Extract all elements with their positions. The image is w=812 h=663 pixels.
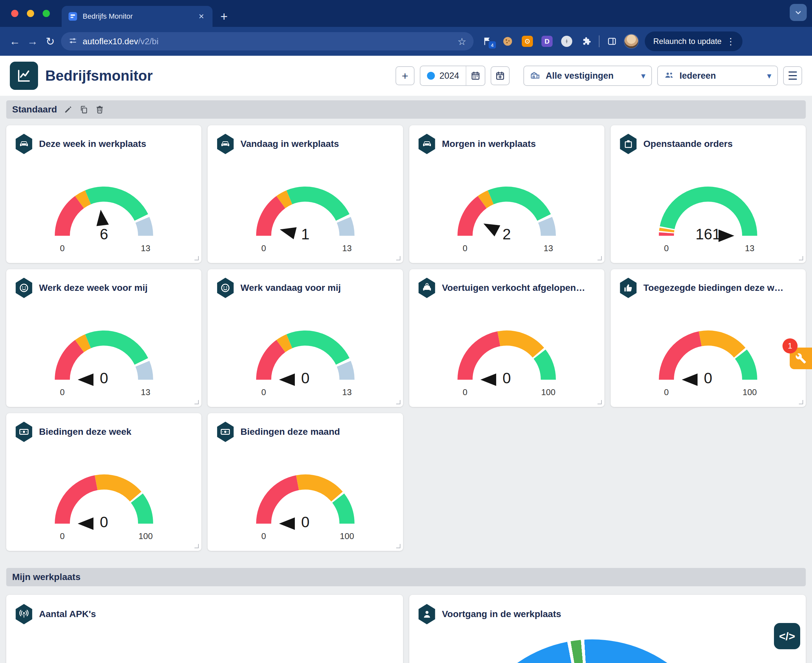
- resize-handle[interactable]: [194, 400, 199, 404]
- site-settings-icon[interactable]: [68, 36, 78, 47]
- resize-handle[interactable]: [799, 256, 803, 260]
- calendar-icon[interactable]: [466, 66, 485, 85]
- close-window-button[interactable]: [11, 10, 18, 17]
- apk-chart: 5: [6, 624, 403, 663]
- chevron-down-icon[interactable]: [790, 4, 807, 21]
- card-header: Werk deze week voor mij: [6, 278, 201, 298]
- card-title: Voertuigen verkocht afgelopen…: [442, 283, 586, 293]
- resize-handle[interactable]: [194, 256, 199, 260]
- card-title: Openstaande orders: [644, 139, 733, 149]
- branch-filter-select[interactable]: Alle vestigingen ▾: [523, 66, 652, 86]
- browser-tabstrip: Bedrijfs Monitor × +: [0, 0, 812, 27]
- gauge-grid: Deze week in werkplaats 6013 Vandaag in …: [6, 125, 806, 551]
- resize-handle[interactable]: [396, 400, 400, 404]
- extension-d-icon[interactable]: D: [539, 34, 556, 49]
- svg-text:100: 100: [138, 531, 152, 541]
- resize-handle[interactable]: [597, 256, 602, 260]
- gauge-chart: 2013: [409, 155, 604, 254]
- resize-handle[interactable]: [799, 400, 803, 404]
- calendar-add-icon[interactable]: [491, 66, 510, 85]
- svg-text:0: 0: [301, 370, 310, 386]
- tab-close-icon[interactable]: ×: [197, 11, 206, 22]
- browser-toolbar: ← → ↻ autoflex10.dev/v2/bi ☆ 4 D: [0, 27, 812, 56]
- gauge-card: Deze week in werkplaats 6013: [6, 125, 201, 263]
- extensions-puzzle-icon[interactable]: [578, 34, 595, 49]
- url-text[interactable]: autoflex10.dev/v2/bi: [82, 36, 452, 47]
- app-header: Bedrijfsmonitor + 2024 Alle vestigingen …: [0, 56, 812, 96]
- extension-cookie-icon[interactable]: [499, 34, 516, 49]
- gauge-chart: 00100: [208, 443, 403, 542]
- car-sale-icon: [418, 278, 436, 298]
- extension-compass-icon[interactable]: [558, 34, 575, 49]
- minimize-window-button[interactable]: [27, 10, 34, 17]
- gauge-card: Werk deze week voor mij 0013: [6, 269, 201, 407]
- copy-icon[interactable]: [79, 105, 89, 114]
- forward-icon[interactable]: →: [24, 35, 41, 47]
- app-logo-chart-icon: [10, 61, 38, 90]
- resize-handle[interactable]: [194, 544, 199, 548]
- svg-text:100: 100: [340, 531, 354, 541]
- people-icon: [664, 70, 674, 82]
- card-header: Biedingen deze maand: [208, 422, 403, 442]
- side-panel-icon[interactable]: [603, 34, 621, 49]
- gauge-card: Openstaande orders 161013: [611, 125, 806, 263]
- extension-flag-icon[interactable]: 4: [479, 34, 497, 49]
- browser-tab[interactable]: Bedrijfs Monitor ×: [61, 6, 212, 27]
- code-button[interactable]: </>: [774, 623, 800, 649]
- gauge-chart: 00100: [6, 443, 201, 542]
- kebab-menu-icon[interactable]: ⋮: [721, 36, 740, 47]
- svg-text:0: 0: [261, 243, 266, 253]
- card-title: Morgen in werkplaats: [442, 139, 536, 149]
- new-tab-button[interactable]: +: [220, 10, 228, 23]
- car-icon: [216, 134, 235, 154]
- gauge-card: Biedingen deze maand 00100: [208, 413, 403, 551]
- svg-text:0: 0: [704, 370, 713, 386]
- url-bar[interactable]: autoflex10.dev/v2/bi ☆: [61, 32, 474, 50]
- svg-text:0: 0: [60, 387, 64, 397]
- url-host: autoflex10.dev: [82, 36, 138, 46]
- card-header: Biedingen deze week: [6, 422, 201, 442]
- people-filter-select[interactable]: Iedereen ▾: [657, 66, 778, 86]
- relaunch-button[interactable]: Relaunch to update ⋮: [645, 31, 742, 51]
- relaunch-label: Relaunch to update: [653, 37, 721, 46]
- year-selector[interactable]: 2024: [420, 66, 485, 86]
- bookmark-star-icon[interactable]: ☆: [458, 36, 466, 47]
- card-title: Voortgang in de werkplaats: [442, 609, 561, 619]
- tab-favicon-icon: [68, 12, 78, 21]
- add-dashboard-button[interactable]: +: [396, 66, 414, 85]
- card-title: Biedingen deze week: [39, 427, 131, 437]
- gauge-card: Werk vandaag voor mij 0013: [208, 269, 403, 407]
- maximize-window-button[interactable]: [43, 10, 50, 17]
- gauge-card: Vandaag in werkplaats 1013: [208, 125, 403, 263]
- smiley-icon: [15, 278, 33, 298]
- extensions-row: 4 D: [479, 34, 595, 49]
- card-header: Openstaande orders: [611, 134, 806, 154]
- profile-avatar[interactable]: [624, 34, 639, 49]
- resize-handle[interactable]: [396, 256, 400, 260]
- svg-text:0: 0: [100, 513, 108, 530]
- extension-camera-icon[interactable]: [519, 34, 536, 49]
- gauge-chart: 0013: [208, 299, 403, 398]
- card-header: Voortgang in de werkplaats: [409, 604, 806, 624]
- people-filter-label: Iedereen: [679, 71, 716, 81]
- back-icon[interactable]: ←: [6, 35, 24, 47]
- card-header: Vandaag in werkplaats: [208, 134, 403, 154]
- section-title: Standaard: [12, 104, 57, 115]
- trash-icon[interactable]: [95, 105, 104, 114]
- resize-handle[interactable]: [396, 544, 400, 548]
- svg-text:13: 13: [342, 387, 351, 397]
- svg-text:0: 0: [60, 531, 64, 541]
- reload-icon[interactable]: ↻: [41, 35, 59, 48]
- edit-pencil-icon[interactable]: [64, 105, 73, 114]
- gauge-card: Biedingen deze week 00100: [6, 413, 201, 551]
- menu-button[interactable]: ☰: [783, 66, 802, 85]
- branch-filter-label: Alle vestigingen: [546, 71, 614, 81]
- resize-handle[interactable]: [597, 400, 602, 404]
- section-mijn-werkplaats: Mijn werkplaats: [6, 568, 806, 586]
- car-icon: [15, 134, 33, 154]
- card-title: Deze week in werkplaats: [39, 139, 146, 149]
- card-title: Toegezegde biedingen deze w…: [644, 283, 783, 293]
- svg-text:13: 13: [141, 243, 150, 253]
- svg-text:100: 100: [541, 387, 555, 397]
- svg-text:13: 13: [342, 243, 351, 253]
